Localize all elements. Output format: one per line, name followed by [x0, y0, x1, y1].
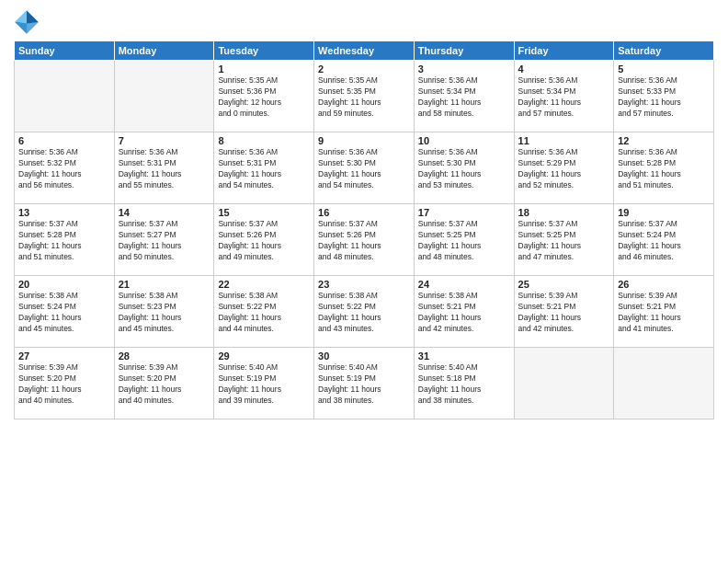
day-number: 29	[218, 350, 310, 362]
day-info: Sunrise: 5:39 AMSunset: 5:21 PMDaylight:…	[618, 291, 710, 335]
table-row: 5Sunrise: 5:36 AMSunset: 5:33 PMDaylight…	[614, 61, 714, 132]
day-number: 26	[618, 279, 710, 290]
day-number: 12	[618, 135, 710, 146]
day-number: 30	[318, 350, 410, 362]
table-row	[514, 348, 614, 419]
table-row: 27Sunrise: 5:39 AMSunset: 5:20 PMDayligh…	[15, 348, 115, 419]
table-row	[15, 61, 115, 132]
header-tuesday: Tuesday	[214, 41, 314, 61]
day-info: Sunrise: 5:37 AMSunset: 5:25 PMDaylight:…	[418, 219, 510, 263]
table-row: 1Sunrise: 5:35 AMSunset: 5:36 PMDaylight…	[214, 61, 314, 132]
calendar-week-row: 13Sunrise: 5:37 AMSunset: 5:28 PMDayligh…	[15, 204, 714, 276]
table-row: 4Sunrise: 5:36 AMSunset: 5:34 PMDaylight…	[514, 61, 614, 132]
day-info: Sunrise: 5:38 AMSunset: 5:23 PMDaylight:…	[119, 291, 210, 335]
day-number: 18	[518, 207, 610, 218]
table-row: 25Sunrise: 5:39 AMSunset: 5:21 PMDayligh…	[514, 276, 614, 348]
day-number: 25	[518, 279, 610, 290]
day-info: Sunrise: 5:36 AMSunset: 5:33 PMDaylight:…	[618, 75, 710, 120]
table-row: 17Sunrise: 5:37 AMSunset: 5:25 PMDayligh…	[414, 204, 514, 276]
day-number: 4	[518, 63, 610, 75]
header-saturday: Saturday	[614, 41, 714, 61]
day-number: 28	[119, 350, 210, 362]
svg-marker-2	[27, 22, 39, 34]
header-wednesday: Wednesday	[314, 41, 415, 61]
day-number: 31	[418, 350, 510, 362]
table-row: 16Sunrise: 5:37 AMSunset: 5:26 PMDayligh…	[314, 204, 415, 276]
day-info: Sunrise: 5:38 AMSunset: 5:24 PMDaylight:…	[18, 291, 110, 335]
header-monday: Monday	[114, 41, 214, 61]
day-number: 15	[218, 207, 310, 218]
table-row: 14Sunrise: 5:37 AMSunset: 5:27 PMDayligh…	[114, 204, 214, 276]
day-number: 16	[318, 207, 410, 218]
day-info: Sunrise: 5:37 AMSunset: 5:28 PMDaylight:…	[18, 219, 110, 263]
day-info: Sunrise: 5:39 AMSunset: 5:20 PMDaylight:…	[119, 362, 210, 407]
table-row: 22Sunrise: 5:38 AMSunset: 5:22 PMDayligh…	[214, 276, 314, 348]
table-row: 28Sunrise: 5:39 AMSunset: 5:20 PMDayligh…	[114, 348, 214, 419]
table-row: 19Sunrise: 5:37 AMSunset: 5:24 PMDayligh…	[614, 204, 714, 276]
table-row: 7Sunrise: 5:36 AMSunset: 5:31 PMDaylight…	[114, 132, 214, 204]
logo-icon	[14, 9, 40, 35]
calendar-week-row: 6Sunrise: 5:36 AMSunset: 5:32 PMDaylight…	[15, 132, 714, 204]
day-info: Sunrise: 5:37 AMSunset: 5:25 PMDaylight:…	[518, 219, 610, 263]
day-number: 5	[618, 63, 710, 75]
day-info: Sunrise: 5:36 AMSunset: 5:34 PMDaylight:…	[418, 75, 510, 120]
table-row: 24Sunrise: 5:38 AMSunset: 5:21 PMDayligh…	[414, 276, 514, 348]
day-info: Sunrise: 5:40 AMSunset: 5:19 PMDaylight:…	[318, 362, 410, 407]
day-info: Sunrise: 5:36 AMSunset: 5:29 PMDaylight:…	[518, 147, 610, 191]
day-number: 17	[418, 207, 510, 218]
table-row: 11Sunrise: 5:36 AMSunset: 5:29 PMDayligh…	[514, 132, 614, 204]
table-row: 2Sunrise: 5:35 AMSunset: 5:35 PMDaylight…	[314, 61, 415, 132]
svg-marker-3	[15, 10, 27, 23]
day-number: 6	[18, 135, 110, 146]
table-row: 3Sunrise: 5:36 AMSunset: 5:34 PMDaylight…	[414, 61, 514, 132]
page-header	[14, 9, 714, 35]
day-info: Sunrise: 5:38 AMSunset: 5:22 PMDaylight:…	[218, 291, 310, 335]
header-friday: Friday	[514, 41, 614, 61]
day-number: 11	[518, 135, 610, 146]
table-row: 10Sunrise: 5:36 AMSunset: 5:30 PMDayligh…	[414, 132, 514, 204]
calendar-week-row: 27Sunrise: 5:39 AMSunset: 5:20 PMDayligh…	[15, 348, 714, 419]
table-row	[114, 61, 214, 132]
day-number: 19	[618, 207, 710, 218]
day-info: Sunrise: 5:35 AMSunset: 5:35 PMDaylight:…	[318, 75, 410, 120]
day-info: Sunrise: 5:36 AMSunset: 5:28 PMDaylight:…	[618, 147, 710, 191]
day-info: Sunrise: 5:37 AMSunset: 5:27 PMDaylight:…	[119, 219, 210, 263]
table-row: 6Sunrise: 5:36 AMSunset: 5:32 PMDaylight…	[15, 132, 115, 204]
day-info: Sunrise: 5:36 AMSunset: 5:34 PMDaylight:…	[518, 75, 610, 120]
table-row	[614, 348, 714, 419]
day-number: 21	[119, 279, 210, 290]
day-number: 23	[318, 279, 410, 290]
day-info: Sunrise: 5:38 AMSunset: 5:22 PMDaylight:…	[318, 291, 410, 335]
table-row: 20Sunrise: 5:38 AMSunset: 5:24 PMDayligh…	[15, 276, 115, 348]
logo	[14, 9, 43, 35]
day-info: Sunrise: 5:39 AMSunset: 5:21 PMDaylight:…	[518, 291, 610, 335]
day-number: 13	[18, 207, 110, 218]
day-number: 24	[418, 279, 510, 290]
day-info: Sunrise: 5:37 AMSunset: 5:26 PMDaylight:…	[318, 219, 410, 263]
day-number: 2	[318, 63, 410, 75]
day-info: Sunrise: 5:36 AMSunset: 5:31 PMDaylight:…	[119, 147, 210, 191]
day-number: 7	[119, 135, 210, 146]
day-info: Sunrise: 5:37 AMSunset: 5:26 PMDaylight:…	[218, 219, 310, 263]
day-number: 9	[318, 135, 410, 146]
day-number: 1	[218, 63, 310, 75]
table-row: 26Sunrise: 5:39 AMSunset: 5:21 PMDayligh…	[614, 276, 714, 348]
day-info: Sunrise: 5:36 AMSunset: 5:30 PMDaylight:…	[418, 147, 510, 191]
day-info: Sunrise: 5:36 AMSunset: 5:32 PMDaylight:…	[18, 147, 110, 191]
table-row: 29Sunrise: 5:40 AMSunset: 5:19 PMDayligh…	[214, 348, 314, 419]
day-info: Sunrise: 5:37 AMSunset: 5:24 PMDaylight:…	[618, 219, 710, 263]
table-row: 9Sunrise: 5:36 AMSunset: 5:30 PMDaylight…	[314, 132, 415, 204]
table-row: 15Sunrise: 5:37 AMSunset: 5:26 PMDayligh…	[214, 204, 314, 276]
day-info: Sunrise: 5:36 AMSunset: 5:31 PMDaylight:…	[218, 147, 310, 191]
day-number: 3	[418, 63, 510, 75]
day-info: Sunrise: 5:38 AMSunset: 5:21 PMDaylight:…	[418, 291, 510, 335]
header-sunday: Sunday	[15, 41, 115, 61]
table-row: 18Sunrise: 5:37 AMSunset: 5:25 PMDayligh…	[514, 204, 614, 276]
day-number: 14	[119, 207, 210, 218]
table-row: 8Sunrise: 5:36 AMSunset: 5:31 PMDaylight…	[214, 132, 314, 204]
table-row: 30Sunrise: 5:40 AMSunset: 5:19 PMDayligh…	[314, 348, 415, 419]
calendar-header-row: Sunday Monday Tuesday Wednesday Thursday…	[15, 41, 714, 61]
day-info: Sunrise: 5:40 AMSunset: 5:19 PMDaylight:…	[218, 362, 310, 407]
svg-marker-1	[27, 10, 39, 23]
header-thursday: Thursday	[414, 41, 514, 61]
